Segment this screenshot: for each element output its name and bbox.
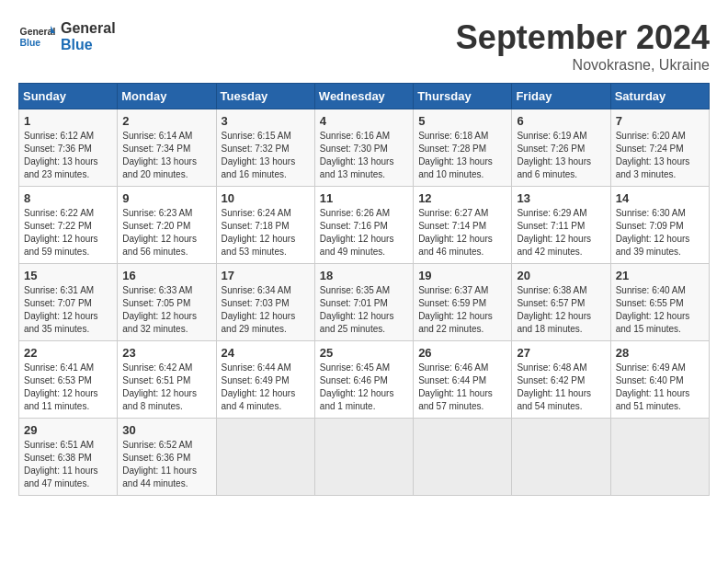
calendar-day-cell: 10Sunrise: 6:24 AM Sunset: 7:18 PM Dayli…: [216, 187, 314, 264]
calendar-day-cell: 16Sunrise: 6:33 AM Sunset: 7:05 PM Dayli…: [118, 264, 216, 341]
day-info: Sunrise: 6:48 AM Sunset: 6:42 PM Dayligh…: [517, 362, 605, 413]
calendar-day-cell: 5Sunrise: 6:18 AM Sunset: 7:28 PM Daylig…: [414, 109, 512, 187]
day-info: Sunrise: 6:34 AM Sunset: 7:03 PM Dayligh…: [222, 284, 310, 336]
calendar-week-row: 1Sunrise: 6:12 AM Sunset: 7:36 PM Daylig…: [19, 109, 710, 187]
calendar-table: SundayMondayTuesdayWednesdayThursdayFrid…: [18, 83, 710, 496]
calendar-day-cell: 6Sunrise: 6:19 AM Sunset: 7:26 PM Daylig…: [512, 109, 610, 187]
calendar-day-cell: 2Sunrise: 6:14 AM Sunset: 7:34 PM Daylig…: [118, 109, 216, 187]
calendar-body: 1Sunrise: 6:12 AM Sunset: 7:36 PM Daylig…: [19, 109, 710, 496]
day-info: Sunrise: 6:42 AM Sunset: 6:51 PM Dayligh…: [122, 362, 210, 413]
title-block: September 2024 Novokrasne, Ukraine: [456, 18, 710, 74]
calendar-day-cell: 17Sunrise: 6:34 AM Sunset: 7:03 PM Dayli…: [216, 264, 314, 341]
day-of-week-header: Monday: [118, 84, 216, 109]
day-number: 25: [320, 346, 408, 360]
calendar-day-cell: 4Sunrise: 6:16 AM Sunset: 7:30 PM Daylig…: [314, 109, 413, 187]
day-of-week-header: Tuesday: [216, 84, 314, 109]
day-info: Sunrise: 6:27 AM Sunset: 7:14 PM Dayligh…: [418, 207, 506, 259]
calendar-day-cell: 7Sunrise: 6:20 AM Sunset: 7:24 PM Daylig…: [610, 109, 709, 187]
month-title: September 2024: [456, 18, 710, 57]
day-of-week-header: Wednesday: [314, 84, 413, 109]
day-number: 30: [122, 423, 210, 437]
svg-text:Blue: Blue: [20, 38, 41, 48]
day-number: 3: [222, 114, 310, 128]
day-info: Sunrise: 6:35 AM Sunset: 7:01 PM Dayligh…: [320, 284, 408, 336]
day-info: Sunrise: 6:33 AM Sunset: 7:05 PM Dayligh…: [122, 284, 210, 336]
calendar-day-cell: 12Sunrise: 6:27 AM Sunset: 7:14 PM Dayli…: [414, 187, 512, 264]
day-info: Sunrise: 6:18 AM Sunset: 7:28 PM Dayligh…: [418, 130, 506, 181]
calendar-day-cell: 30Sunrise: 6:52 AM Sunset: 6:36 PM Dayli…: [118, 419, 216, 496]
day-number: 21: [616, 269, 704, 282]
day-number: 8: [24, 191, 112, 205]
day-of-week-header: Saturday: [610, 84, 709, 109]
calendar-day-cell: 9Sunrise: 6:23 AM Sunset: 7:20 PM Daylig…: [118, 187, 216, 264]
location-subtitle: Novokrasne, Ukraine: [456, 57, 710, 74]
calendar-day-cell: 11Sunrise: 6:26 AM Sunset: 7:16 PM Dayli…: [314, 187, 413, 264]
calendar-day-cell: [216, 419, 314, 496]
day-info: Sunrise: 6:30 AM Sunset: 7:09 PM Dayligh…: [616, 207, 704, 259]
day-info: Sunrise: 6:38 AM Sunset: 6:57 PM Dayligh…: [517, 284, 605, 336]
page-header: General Blue General Blue September 2024…: [18, 18, 710, 74]
day-number: 16: [122, 269, 210, 282]
day-number: 10: [222, 191, 310, 205]
day-info: Sunrise: 6:14 AM Sunset: 7:34 PM Dayligh…: [122, 130, 210, 181]
calendar-week-row: 29Sunrise: 6:51 AM Sunset: 6:38 PM Dayli…: [19, 419, 710, 496]
calendar-day-cell: 20Sunrise: 6:38 AM Sunset: 6:57 PM Dayli…: [512, 264, 610, 341]
calendar-day-cell: 27Sunrise: 6:48 AM Sunset: 6:42 PM Dayli…: [512, 341, 610, 419]
day-info: Sunrise: 6:16 AM Sunset: 7:30 PM Dayligh…: [320, 130, 408, 181]
calendar-week-row: 22Sunrise: 6:41 AM Sunset: 6:53 PM Dayli…: [19, 341, 710, 419]
calendar-day-cell: 28Sunrise: 6:49 AM Sunset: 6:40 PM Dayli…: [610, 341, 709, 419]
day-number: 29: [24, 423, 112, 437]
day-number: 12: [418, 191, 506, 205]
day-info: Sunrise: 6:26 AM Sunset: 7:16 PM Dayligh…: [320, 207, 408, 259]
day-info: Sunrise: 6:37 AM Sunset: 6:59 PM Dayligh…: [418, 284, 506, 336]
calendar-day-cell: 22Sunrise: 6:41 AM Sunset: 6:53 PM Dayli…: [19, 341, 118, 419]
calendar-day-cell: 1Sunrise: 6:12 AM Sunset: 7:36 PM Daylig…: [19, 109, 118, 187]
calendar-day-cell: 15Sunrise: 6:31 AM Sunset: 7:07 PM Dayli…: [19, 264, 118, 341]
day-of-week-header: Thursday: [414, 84, 512, 109]
day-info: Sunrise: 6:23 AM Sunset: 7:20 PM Dayligh…: [122, 207, 210, 259]
day-number: 9: [122, 191, 210, 205]
day-info: Sunrise: 6:41 AM Sunset: 6:53 PM Dayligh…: [24, 362, 112, 413]
day-number: 17: [222, 269, 310, 282]
logo: General Blue General Blue: [18, 18, 116, 55]
day-of-week-header: Sunday: [19, 84, 118, 109]
day-number: 1: [24, 114, 112, 128]
calendar-week-row: 8Sunrise: 6:22 AM Sunset: 7:22 PM Daylig…: [19, 187, 710, 264]
day-info: Sunrise: 6:29 AM Sunset: 7:11 PM Dayligh…: [517, 207, 605, 259]
day-number: 18: [320, 269, 408, 282]
day-of-week-header: Friday: [512, 84, 610, 109]
day-number: 2: [122, 114, 210, 128]
day-info: Sunrise: 6:19 AM Sunset: 7:26 PM Dayligh…: [517, 130, 605, 181]
calendar-day-cell: 18Sunrise: 6:35 AM Sunset: 7:01 PM Dayli…: [314, 264, 413, 341]
day-info: Sunrise: 6:49 AM Sunset: 6:40 PM Dayligh…: [616, 362, 704, 413]
calendar-day-cell: [414, 419, 512, 496]
day-number: 23: [122, 346, 210, 360]
day-number: 19: [418, 269, 506, 282]
day-info: Sunrise: 6:12 AM Sunset: 7:36 PM Dayligh…: [24, 130, 112, 181]
calendar-day-cell: 3Sunrise: 6:15 AM Sunset: 7:32 PM Daylig…: [216, 109, 314, 187]
day-number: 26: [418, 346, 506, 360]
day-number: 20: [517, 269, 605, 282]
logo-general-text: General: [61, 20, 116, 37]
calendar-header-row: SundayMondayTuesdayWednesdayThursdayFrid…: [19, 84, 710, 109]
calendar-day-cell: [512, 419, 610, 496]
day-info: Sunrise: 6:51 AM Sunset: 6:38 PM Dayligh…: [24, 439, 112, 490]
calendar-day-cell: 8Sunrise: 6:22 AM Sunset: 7:22 PM Daylig…: [19, 187, 118, 264]
day-number: 27: [517, 346, 605, 360]
calendar-day-cell: 29Sunrise: 6:51 AM Sunset: 6:38 PM Dayli…: [19, 419, 118, 496]
calendar-day-cell: 19Sunrise: 6:37 AM Sunset: 6:59 PM Dayli…: [414, 264, 512, 341]
day-number: 14: [616, 191, 704, 205]
day-number: 15: [24, 269, 112, 282]
day-info: Sunrise: 6:45 AM Sunset: 6:46 PM Dayligh…: [320, 362, 408, 413]
calendar-day-cell: 23Sunrise: 6:42 AM Sunset: 6:51 PM Dayli…: [118, 341, 216, 419]
day-number: 24: [222, 346, 310, 360]
calendar-day-cell: 14Sunrise: 6:30 AM Sunset: 7:09 PM Dayli…: [610, 187, 709, 264]
calendar-day-cell: 13Sunrise: 6:29 AM Sunset: 7:11 PM Dayli…: [512, 187, 610, 264]
day-info: Sunrise: 6:40 AM Sunset: 6:55 PM Dayligh…: [616, 284, 704, 336]
day-info: Sunrise: 6:52 AM Sunset: 6:36 PM Dayligh…: [122, 439, 210, 490]
day-info: Sunrise: 6:46 AM Sunset: 6:44 PM Dayligh…: [418, 362, 506, 413]
svg-text:General: General: [20, 27, 55, 37]
day-info: Sunrise: 6:22 AM Sunset: 7:22 PM Dayligh…: [24, 207, 112, 259]
day-number: 4: [320, 114, 408, 128]
calendar-day-cell: 24Sunrise: 6:44 AM Sunset: 6:49 PM Dayli…: [216, 341, 314, 419]
